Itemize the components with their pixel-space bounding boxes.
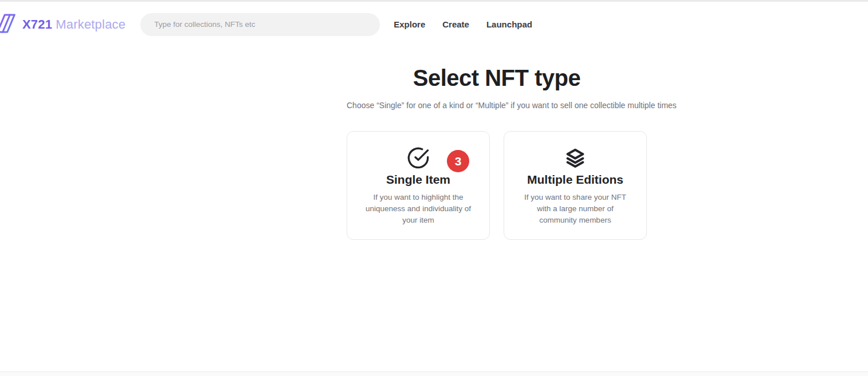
logo-suffix: Marketplace <box>56 17 125 31</box>
nav-item-launchpad[interactable]: Launchpad <box>486 19 532 29</box>
x721-logo-icon <box>0 11 17 38</box>
logo[interactable]: X721Marketplace <box>0 11 125 38</box>
nav-item-explore[interactable]: Explore <box>394 19 425 29</box>
logo-text: X721Marketplace <box>22 17 125 32</box>
notification-badge: 3 <box>447 150 469 172</box>
page-title: Select NFT type <box>347 65 647 91</box>
nft-type-cards: Single Item If you want to highlight the… <box>347 131 647 240</box>
page-subtitle: Choose “Single” for one of a kind or “Mu… <box>347 101 647 110</box>
card-single-item[interactable]: Single Item If you want to highlight the… <box>347 131 490 240</box>
card-title: Single Item <box>362 173 474 187</box>
page-bottom-strip <box>0 371 868 376</box>
page: X721Marketplace Explore Create Launchpad… <box>0 0 868 376</box>
logo-brand: X721 <box>22 17 52 31</box>
card-description: If you want to share your NFT with a lar… <box>519 192 631 226</box>
card-multiple-editions[interactable]: Multiple Editions If you want to share y… <box>504 131 647 240</box>
header: X721Marketplace Explore Create Launchpad <box>0 2 868 47</box>
card-description: If you want to highlight the uniqueness … <box>362 192 474 226</box>
main-nav: Explore Create Launchpad <box>394 19 532 29</box>
select-nft-type-section: Select NFT type Choose “Single” for one … <box>347 65 647 240</box>
card-title: Multiple Editions <box>519 173 631 187</box>
nav-item-create[interactable]: Create <box>442 19 469 29</box>
layers-icon <box>519 146 631 170</box>
search-input[interactable] <box>140 13 380 36</box>
